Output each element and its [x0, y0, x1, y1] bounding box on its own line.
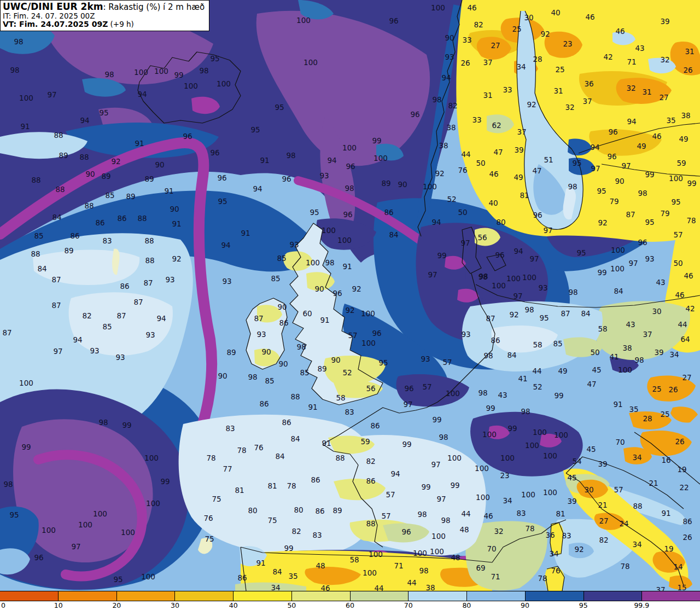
humidity-value-label: 96 — [495, 251, 504, 259]
humidity-value-label: 34 — [632, 453, 641, 462]
colorbar-segment — [175, 591, 234, 601]
humidity-value-label: 27 — [599, 516, 608, 525]
humidity-value-label: 100 — [19, 94, 33, 102]
humidity-value-label: 50 — [458, 208, 467, 217]
humidity-value-label: 100 — [134, 68, 148, 77]
humidity-value-label: 99 — [174, 71, 183, 79]
humidity-value-label: 81 — [267, 481, 277, 490]
humidity-value-label: 93 — [538, 283, 547, 292]
humidity-value-label: 82 — [599, 536, 608, 544]
humidity-value-label: 52 — [447, 195, 456, 204]
humidity-value-label: 93 — [115, 353, 125, 362]
humidity-value-label: 98 — [441, 516, 450, 525]
humidity-value-label: 98 — [98, 418, 108, 427]
humidity-value-label: 60 — [302, 309, 312, 318]
humidity-value-label: 100 — [669, 174, 683, 183]
humidity-value-label: 78 — [525, 524, 534, 533]
humidity-value-label: 48 — [459, 525, 469, 534]
humidity-value-label: 71 — [491, 572, 500, 581]
humidity-value-label: 45 — [586, 445, 596, 454]
humidity-value-label: 94 — [441, 73, 451, 82]
humidity-value-label: 79 — [660, 209, 669, 218]
humidity-value-label: 98 — [104, 70, 114, 79]
colorbar-segment — [584, 591, 643, 601]
humidity-value-label: 98 — [524, 305, 534, 314]
humidity-value-label: 100 — [93, 509, 107, 518]
humidity-value-label: 91 — [164, 187, 173, 195]
humidity-value-label: 100 — [361, 339, 376, 347]
humidity-value-label: 37 — [582, 97, 592, 106]
humidity-value-label: 62 — [492, 121, 501, 130]
humidity-value-label: 30 — [584, 485, 593, 494]
humidity-value-label: 99 — [372, 136, 381, 145]
humidity-value-label: 50 — [590, 348, 599, 357]
humidity-value-label: 31 — [483, 91, 492, 100]
humidity-value-label: 86 — [682, 517, 692, 526]
humidity-value-label: 78 — [206, 454, 215, 462]
humidity-value-label: 58 — [598, 324, 607, 333]
humidity-value-label: 100 — [521, 490, 535, 499]
humidity-value-label: 98 — [638, 189, 647, 197]
humidity-value-label: 64 — [680, 335, 690, 344]
weather-map: 9898981009795949188919410010099989510010… — [0, 0, 700, 591]
humidity-value-label: 91 — [135, 139, 144, 148]
humidity-value-label: 98 — [199, 66, 208, 75]
humidity-value-label: 100 — [431, 532, 446, 541]
humidity-value-label: 95 — [99, 108, 108, 117]
humidity-value-label: 96 — [533, 211, 542, 219]
humidity-value-label: 100 — [217, 79, 231, 88]
humidity-value-label: 86 — [259, 399, 269, 408]
humidity-value-label: 32 — [660, 55, 669, 64]
humidity-value-label: 35 — [288, 572, 298, 580]
humidity-value-label: 86 — [282, 418, 291, 427]
humidity-value-label: 96 — [183, 132, 192, 141]
humidity-value-label: 90 — [170, 205, 179, 213]
humidity-value-label: 78 — [620, 562, 629, 571]
humidity-value-label: 49 — [637, 142, 646, 150]
humidity-value-label: 34 — [549, 549, 558, 558]
humidity-value-label: 56 — [366, 384, 375, 393]
colorbar-segment — [59, 591, 117, 601]
humidity-value-label: 25 — [652, 385, 661, 393]
humidity-value-label: 85 — [105, 191, 114, 200]
humidity-value-label: 32 — [565, 103, 574, 112]
humidity-value-label: 43 — [656, 278, 665, 287]
humidity-value-label: 88 — [31, 176, 40, 184]
humidity-value-label: 23 — [563, 39, 572, 48]
humidity-value-label: 48 — [316, 561, 325, 570]
humidity-value-label: 98 — [286, 151, 295, 160]
humidity-value-label: 49 — [558, 367, 567, 375]
humidity-value-label: 100 — [533, 428, 547, 437]
humidity-value-label: 38 — [446, 123, 456, 132]
humidity-value-label: 97 — [543, 226, 552, 235]
humidity-value-label: 50 — [476, 159, 485, 167]
humidity-value-label: 78 — [538, 574, 547, 583]
humidity-value-label: 37 — [656, 585, 665, 591]
colorbar-segment — [234, 591, 292, 601]
colorbar-segment — [292, 591, 351, 601]
humidity-value-label: 40 — [488, 199, 498, 207]
humidity-value-label: 38 — [681, 111, 690, 120]
humidity-value-label: 93 — [645, 254, 654, 263]
humidity-value-label: 83 — [562, 531, 571, 540]
humidity-value-label: 95 — [576, 248, 586, 257]
humidity-value-label: 35 — [629, 405, 638, 414]
humidity-value-label: 100 — [446, 389, 460, 398]
humidity-value-label: 91 — [256, 559, 265, 567]
humidity-value-label: 82 — [474, 20, 483, 29]
humidity-value-label: 97 — [53, 347, 62, 356]
humidity-value-label: 59 — [676, 159, 686, 167]
humidity-value-label: 100 — [618, 365, 632, 374]
humidity-value-label: 93 — [445, 53, 454, 61]
humidity-value-label: 87 — [254, 314, 263, 323]
humidity-value-label: 100 — [184, 82, 198, 90]
colorbar-tick: 40 — [229, 601, 238, 609]
humidity-value-label: 81 — [520, 191, 529, 200]
humidity-value-label: 87 — [116, 311, 126, 320]
humidity-value-label: 75 — [205, 535, 214, 543]
humidity-value-label: 89 — [144, 175, 154, 183]
humidity-value-label: 89 — [317, 364, 326, 373]
humidity-value-label: 84 — [389, 230, 398, 239]
humidity-value-label: 97 — [431, 460, 440, 469]
humidity-value-label: 90 — [331, 356, 340, 364]
